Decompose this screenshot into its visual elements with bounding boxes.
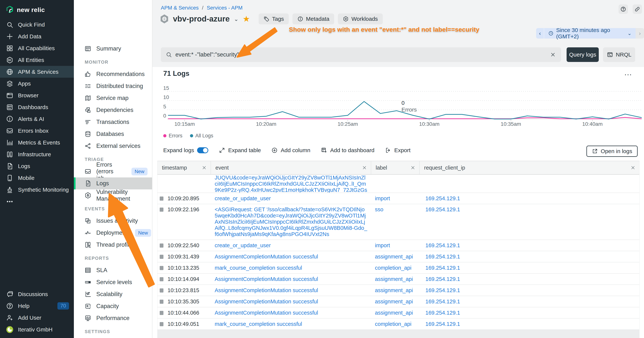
cell-request-client-ip-link[interactable] — [420, 175, 639, 193]
cell-event-link[interactable]: mark_course_completion successful — [211, 318, 371, 329]
table-row[interactable]: 10:09:22.540create_or_update_userimport1… — [158, 240, 639, 251]
remove-column-icon[interactable] — [410, 165, 416, 170]
cell-event-link[interactable]: AssignmentCompletionMutation successful — [211, 307, 371, 318]
remove-column-icon[interactable] — [630, 165, 636, 170]
sidebar-item-all-capabilities[interactable]: All Capabilities — [0, 42, 74, 54]
cell-label-link[interactable]: assignment_api — [371, 307, 420, 318]
sidebar-item-alerts-ai[interactable]: Alerts & AI — [0, 113, 74, 125]
cell-request-client-ip-link[interactable]: 169.254.129.1 — [420, 204, 639, 240]
cell-event-link[interactable]: create_or_update_user — [211, 240, 371, 251]
cell-label-link[interactable]: completion_api — [371, 262, 420, 273]
logs-timeseries-chart[interactable]: 15105010:15am10:20am10:25am10:30am10:35a… — [160, 82, 642, 131]
remove-column-icon[interactable] — [202, 165, 207, 170]
subnav-item-service-levels[interactable]: Service levels — [74, 276, 152, 288]
table-row[interactable]: 10:10:49.051mark_course_completion succe… — [158, 318, 639, 330]
add-column-button[interactable]: Add column — [271, 147, 310, 153]
table-row[interactable]: 10:10:14.094AssignmentCompletionMutation… — [158, 274, 639, 285]
subnav-item-vulnerability-management[interactable]: Vulnerability Management — [74, 189, 152, 201]
cell-request-client-ip-link[interactable]: 169.254.129.1 — [420, 251, 639, 262]
sidebar-item-logs[interactable]: Logs — [0, 160, 74, 172]
subnav-item-logs[interactable]: Logs — [74, 177, 152, 189]
sidebar-item-add-user[interactable]: Add User — [0, 312, 74, 323]
clear-query-icon[interactable] — [550, 52, 556, 58]
copy-link-button[interactable] — [632, 5, 642, 14]
sidebar-item-discussions[interactable]: Discussions — [0, 288, 74, 300]
subnav-item-service-map[interactable]: Service map — [74, 92, 152, 104]
cell-label-link[interactable]: import — [371, 193, 420, 204]
query-logs-button[interactable]: Query logs — [566, 47, 599, 62]
expand-logs-button[interactable]: Expand logs — [163, 147, 208, 153]
new-relic-logo[interactable]: new relic — [0, 0, 74, 19]
sidebar-item-metrics-events[interactable]: Metrics & Events — [0, 137, 74, 148]
subnav-item-capacity[interactable]: Capacity — [74, 300, 152, 312]
subnav-item-external-services[interactable]: External services — [74, 140, 152, 152]
entity-switcher-caret-icon[interactable]: ⌄ — [234, 16, 238, 22]
subnav-item-deployments[interactable]: DeploymentsNew — [74, 227, 152, 239]
cell-label-link[interactable]: import — [371, 240, 420, 251]
sidebar-item-synthetic-monitoring[interactable]: Synthetic Monitoring — [0, 184, 74, 196]
add-to-dashboard-button[interactable]: Add to dashboard — [321, 147, 374, 153]
workloads-button[interactable]: Workloads — [338, 14, 382, 24]
expand-table-button[interactable]: Expand table — [219, 147, 261, 153]
table-row[interactable]: 10:09:20.895create_or_update_userimport1… — [158, 193, 639, 204]
table-row[interactable]: 10:10:44.066AssignmentCompletionMutation… — [158, 307, 639, 318]
open-in-logs-button[interactable]: Open in logs — [586, 146, 638, 157]
subnav-item-issues-activity[interactable]: Issues & activity — [74, 215, 152, 227]
subnav-item-errors-errors-inb[interactable]: Errors (errors inb...New — [74, 165, 152, 177]
sidebar-item-all-entities[interactable]: All Entities — [0, 54, 74, 66]
time-range-picker[interactable]: ‹ Since 30 minutes ago (GMT+2) ⌄ › — [536, 28, 644, 39]
favorite-star-icon[interactable]: ★ — [243, 15, 250, 23]
subnav-item-databases[interactable]: Databases — [74, 128, 152, 140]
cell-label-link[interactable]: assignment_api — [371, 296, 420, 307]
table-row[interactable]: 10:10:35.305AssignmentCompletionMutation… — [158, 296, 639, 307]
cell-label-link[interactable]: completion_api — [371, 318, 420, 329]
time-forward-button[interactable]: › — [636, 28, 644, 39]
cell-event-link[interactable]: JUQVU&code=eyJraWQiOiJjcGItY29yZV8wOTl1M… — [211, 175, 371, 193]
subnav-item-recommendations[interactable]: Recommendations — [74, 68, 152, 80]
export-button[interactable]: Export — [385, 147, 411, 153]
sidebar-item-add-data[interactable]: Add Data — [0, 31, 74, 42]
subnav-item-transactions[interactable]: Transactions — [74, 116, 152, 128]
cell-event-link[interactable]: AssignmentCompletionMutation successful — [211, 274, 371, 284]
subnav-item-thread-profiler[interactable]: Thread profiler — [74, 239, 152, 251]
cell-event-link[interactable]: AssignmentCompletionMutation successful — [211, 296, 371, 307]
cell-label-link[interactable]: assignment_api — [371, 274, 420, 284]
tags-button[interactable]: Tags — [258, 14, 289, 24]
horizontal-scrollbar[interactable] — [157, 329, 640, 338]
cell-request-client-ip-link[interactable]: 169.254.129.1 — [420, 240, 639, 251]
cell-request-client-ip-link[interactable]: 169.254.129.1 — [420, 274, 639, 284]
sidebar-item-apps[interactable]: Apps — [0, 78, 74, 90]
cell-event-link[interactable]: <ASGIRequest: GET '/sso/callback/?state=… — [211, 204, 371, 240]
sidebar-item-help[interactable]: Help70 — [0, 300, 74, 312]
metadata-button[interactable]: Metadata — [292, 14, 334, 24]
sidebar-item-iterativ-gmbh[interactable]: Iterativ GmbH — [0, 323, 74, 335]
subnav-item-performance[interactable]: Performance — [74, 312, 152, 324]
cell-label-link[interactable]: assignment_api — [371, 251, 420, 262]
breadcrumb-parent[interactable]: APM & Services — [161, 5, 198, 11]
panel-menu-icon[interactable]: ... — [624, 68, 632, 77]
breadcrumb-current[interactable]: Services - APM — [207, 5, 242, 11]
legend-item-errors[interactable]: Errors — [163, 133, 182, 139]
table-row[interactable]: 10:10:23.815AssignmentCompletionMutation… — [158, 285, 639, 296]
subnav-item-dependencies[interactable]: Dependencies — [74, 104, 152, 116]
nrql-button[interactable]: NRQL — [603, 47, 635, 62]
subnav-item-scalability[interactable]: Scalability — [74, 288, 152, 300]
sidebar-item-dashboards[interactable]: Dashboards — [0, 101, 74, 113]
cell-request-client-ip-link[interactable]: 169.254.129.1 — [420, 262, 639, 273]
sidebar-item-errors-inbox[interactable]: Errors Inbox — [0, 125, 74, 137]
cell-request-client-ip-link[interactable]: 169.254.129.1 — [420, 296, 639, 307]
cell-event-link[interactable]: mark_course_completion successful — [211, 262, 371, 273]
sidebar-item-quick-find[interactable]: Quick Find — [0, 19, 74, 31]
sidebar-item-[interactable] — [0, 196, 74, 207]
cell-request-client-ip-link[interactable]: 169.254.129.1 — [420, 307, 639, 318]
sidebar-item-infrastructure[interactable]: Infrastructure — [0, 148, 74, 160]
cell-event-link[interactable]: AssignmentCompletionMutation successful — [211, 251, 371, 262]
subnav-item-sla[interactable]: SLA — [74, 264, 152, 276]
sidebar-item-mobile[interactable]: Mobile — [0, 172, 74, 184]
cell-label-link[interactable]: sso — [371, 204, 420, 240]
expand-logs-toggle[interactable] — [197, 147, 208, 153]
time-back-button[interactable]: ‹ — [536, 28, 544, 39]
subnav-item-summary[interactable]: Summary — [74, 43, 152, 55]
subnav-item-distributed-tracing[interactable]: Distributed tracing — [74, 80, 152, 92]
sidebar-item-browser[interactable]: Browser — [0, 90, 74, 101]
